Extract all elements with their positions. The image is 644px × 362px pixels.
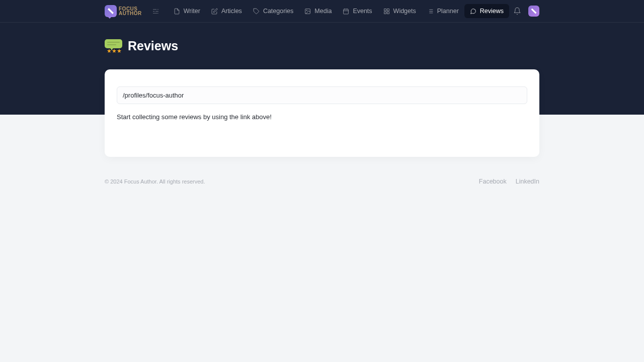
svg-rect-10 xyxy=(384,12,386,14)
nav-label: Planner xyxy=(437,8,459,15)
reviews-page-icon: ★★★ xyxy=(105,39,122,53)
nav-item-articles[interactable]: Articles xyxy=(206,4,248,18)
nav-item-media[interactable]: Media xyxy=(299,4,337,18)
svg-point-2 xyxy=(306,10,307,11)
grid-icon xyxy=(383,8,390,15)
copyright-text: © 2024 Focus Author. All rights reserved… xyxy=(105,178,205,185)
reviews-card: /profiles/focus-author Start collecting … xyxy=(105,69,539,157)
nav-label: Media xyxy=(314,8,332,15)
document-icon xyxy=(174,8,180,15)
nav-label: Reviews xyxy=(480,8,504,15)
nav-item-planner[interactable]: Planner xyxy=(422,4,464,18)
menu-toggle-button[interactable] xyxy=(148,3,164,19)
nav-item-writer[interactable]: Writer xyxy=(168,4,206,18)
page-title: Reviews xyxy=(128,39,178,53)
nav-item-reviews[interactable]: Reviews xyxy=(464,4,509,18)
bell-icon xyxy=(513,7,521,15)
footer-link-facebook[interactable]: Facebook xyxy=(479,178,507,185)
image-icon xyxy=(304,8,311,15)
content-wrapper: /profiles/focus-author Start collecting … xyxy=(0,69,644,157)
nav-label: Articles xyxy=(221,8,242,15)
tag-icon xyxy=(253,8,260,15)
topbar: FOCUS AUTHOR Writer Articles Categories xyxy=(0,0,644,23)
nav-item-categories[interactable]: Categories xyxy=(248,4,299,18)
nav-item-widgets[interactable]: Widgets xyxy=(378,4,422,18)
profile-link-input[interactable]: /profiles/focus-author xyxy=(117,86,527,104)
chat-icon xyxy=(470,8,476,15)
list-icon xyxy=(427,8,434,15)
instruction-text: Start collecting some reviews by using t… xyxy=(117,113,527,121)
footer-links: Facebook LinkedIn xyxy=(479,178,539,185)
brand-logo-icon xyxy=(105,5,117,17)
user-avatar[interactable] xyxy=(528,6,539,17)
nav-item-events[interactable]: Events xyxy=(337,4,377,18)
calendar-icon xyxy=(343,8,349,15)
brand-logo[interactable]: FOCUS AUTHOR xyxy=(105,5,142,17)
sliders-icon xyxy=(152,8,159,15)
footer-link-linkedin[interactable]: LinkedIn xyxy=(516,178,539,185)
svg-rect-3 xyxy=(344,9,349,14)
svg-rect-7 xyxy=(384,9,386,11)
main-nav: Writer Articles Categories Media Events … xyxy=(168,4,509,18)
svg-rect-8 xyxy=(387,9,389,11)
nav-label: Categories xyxy=(263,8,293,15)
brand-logo-text: FOCUS AUTHOR xyxy=(119,7,142,16)
topbar-right xyxy=(513,6,539,17)
edit-icon xyxy=(211,8,218,15)
page-title-area: ★★★ Reviews xyxy=(0,23,644,53)
nav-label: Writer xyxy=(184,8,200,15)
nav-label: Events xyxy=(353,8,372,15)
notifications-button[interactable] xyxy=(513,7,521,15)
svg-rect-9 xyxy=(387,12,389,14)
nav-label: Widgets xyxy=(393,8,416,15)
footer: © 2024 Focus Author. All rights reserved… xyxy=(0,157,644,206)
